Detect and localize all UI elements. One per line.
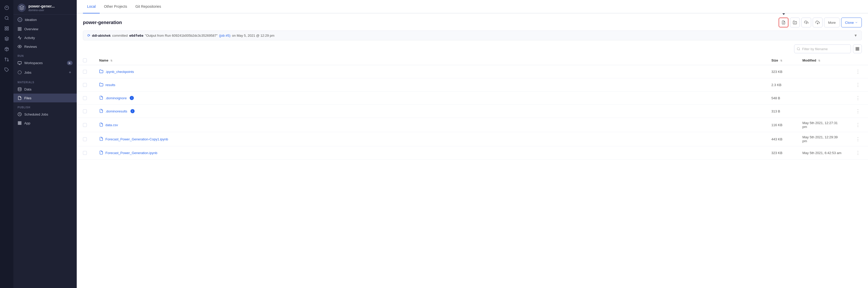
project-name: power-gener...: [28, 4, 55, 8]
tab-git-repositories[interactable]: Git Repositories: [131, 0, 165, 13]
file-more-button[interactable]: ⋮: [854, 95, 862, 102]
folder-icon: [99, 83, 103, 87]
new-file-button[interactable]: [779, 18, 788, 27]
tab-local[interactable]: Local: [83, 0, 100, 13]
filter-input-wrap: [794, 45, 851, 53]
row-checkbox[interactable]: [83, 96, 87, 100]
more-button[interactable]: More: [824, 18, 840, 27]
file-link[interactable]: data.csv: [99, 122, 759, 127]
file-link[interactable]: Forecast_Power_Generation-Copy1.ipynb: [99, 137, 759, 142]
file-more-button[interactable]: ⋮: [854, 108, 862, 115]
file-link[interactable]: .dominoresultsi: [99, 109, 759, 114]
download-icon: [815, 21, 820, 25]
row-size-cell: 313 B: [765, 105, 796, 118]
grid-icon[interactable]: [2, 24, 11, 33]
modified-col-header[interactable]: Modified ⇅: [796, 56, 848, 65]
new-folder-icon: [793, 21, 797, 25]
file-more-button[interactable]: ⋮: [854, 68, 862, 75]
row-name-cell: .dominoresultsi: [93, 105, 765, 118]
clock-icon: [18, 112, 22, 116]
file-link[interactable]: .ipynb_checkpoints: [99, 69, 759, 74]
search-icon[interactable]: [2, 13, 11, 23]
sidebar-item-overview[interactable]: Overview: [13, 25, 77, 33]
clone-button[interactable]: Clone: [841, 18, 862, 27]
jobs-badge-plus[interactable]: +: [67, 70, 72, 75]
file-link[interactable]: results: [99, 83, 759, 87]
file-link[interactable]: Forecast_Power_Generation.ipynb: [99, 150, 759, 155]
sidebar-item-scheduled-jobs[interactable]: Scheduled Jobs: [13, 110, 77, 119]
row-checkbox[interactable]: [83, 70, 87, 74]
size-sort-icon[interactable]: ⇅: [780, 59, 782, 62]
upload-button[interactable]: [801, 18, 811, 27]
commit-job[interactable]: (job #5): [219, 34, 230, 37]
row-name-cell: .ipynb_checkpoints: [93, 65, 765, 78]
select-all-checkbox[interactable]: [83, 58, 87, 62]
file-more-button[interactable]: ⋮: [854, 149, 862, 156]
file-icon: [99, 150, 103, 154]
sidebar-item-app[interactable]: App: [13, 119, 77, 127]
svg-rect-45: [858, 50, 859, 50]
svg-rect-27: [18, 123, 19, 123]
grid-icon: [18, 27, 22, 31]
size-col-header[interactable]: Size ⇅: [765, 56, 796, 65]
table-row: Forecast_Power_Generation.ipynb 323 KB M…: [77, 146, 868, 160]
file-icon: [99, 109, 103, 113]
file-more-button[interactable]: ⋮: [854, 121, 862, 128]
commit-hash: e6dfe6e: [129, 34, 144, 37]
sidebar-ideation[interactable]: ⊙ Ideation: [13, 15, 77, 25]
file-more-button[interactable]: ⋮: [854, 136, 862, 142]
sidebar-logo: power-gener... domino-user: [13, 0, 77, 15]
file-name: .ipynb_checkpoints: [105, 70, 134, 74]
home-icon[interactable]: [2, 3, 11, 12]
new-folder-button[interactable]: [790, 18, 800, 27]
sidebar-item-workspaces[interactable]: Workspaces ▶: [13, 58, 77, 67]
new-file-icon: [781, 21, 785, 25]
row-checkbox[interactable]: [83, 137, 87, 141]
file-link[interactable]: .dominoignorei: [99, 96, 759, 100]
user-name: domino-user: [28, 8, 55, 11]
row-actions-cell: ⋮: [848, 105, 868, 118]
svg-rect-28: [20, 123, 20, 123]
tab-other-projects[interactable]: Other Projects: [100, 0, 131, 13]
svg-rect-25: [20, 121, 20, 122]
sidebar-item-reviews[interactable]: Reviews: [13, 42, 77, 51]
layers-icon[interactable]: [2, 34, 11, 44]
svg-marker-6: [5, 37, 9, 39]
sidebar-item-jobs[interactable]: Jobs +: [13, 67, 77, 77]
row-checkbox[interactable]: [83, 83, 87, 87]
database-icon: [18, 87, 22, 91]
package-icon[interactable]: [2, 45, 11, 54]
filter-input[interactable]: [794, 45, 851, 53]
sidebar-item-data[interactable]: Data: [13, 85, 77, 94]
filter-row: [77, 44, 868, 56]
svg-rect-18: [18, 61, 21, 64]
name-col-header[interactable]: Name ⇅: [93, 56, 765, 65]
sidebar-item-files[interactable]: Files: [13, 94, 77, 103]
row-checkbox-cell: [77, 78, 93, 91]
view-toggle-button[interactable]: [853, 45, 862, 53]
file-icon: [99, 109, 103, 114]
git-icon[interactable]: [2, 55, 11, 64]
name-sort-icon[interactable]: ⇅: [110, 59, 113, 62]
repo-title: power-generation: [83, 20, 122, 25]
row-size-cell: 323 KB: [765, 65, 796, 78]
file-badge[interactable]: i: [130, 109, 134, 113]
svg-point-17: [19, 46, 20, 47]
file-icon: [99, 137, 103, 142]
sidebar-item-activity[interactable]: Activity: [13, 33, 77, 42]
app-icon: [18, 121, 22, 125]
sidebar-item-jobs-label: Jobs: [24, 70, 31, 75]
svg-rect-32: [21, 124, 21, 125]
modified-sort-icon[interactable]: ⇅: [818, 59, 820, 62]
file-table-body: .ipynb_checkpoints 323 KB ⋮ results 2.3 …: [77, 65, 868, 160]
expand-commit-icon[interactable]: ▼: [854, 33, 858, 37]
main-content: Local Other Projects Git Repositories po…: [77, 0, 868, 288]
row-checkbox[interactable]: [83, 151, 87, 155]
file-badge[interactable]: i: [130, 96, 134, 100]
file-more-button[interactable]: ⋮: [854, 81, 862, 88]
row-checkbox[interactable]: [83, 123, 87, 127]
row-checkbox[interactable]: [83, 109, 87, 113]
tag-icon[interactable]: [2, 65, 11, 75]
row-modified-cell: May 5th 2021, 6:42:53 am: [796, 146, 848, 160]
download-button[interactable]: [813, 18, 823, 27]
